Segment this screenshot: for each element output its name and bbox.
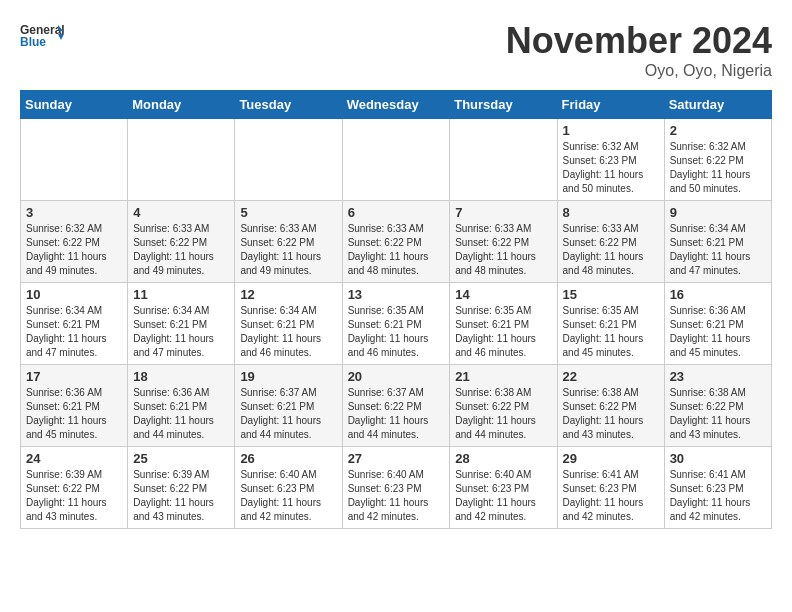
day-info: Sunrise: 6:36 AMSunset: 6:21 PMDaylight:…: [26, 386, 122, 442]
weekday-header-thursday: Thursday: [450, 91, 557, 119]
calendar-cell: 12Sunrise: 6:34 AMSunset: 6:21 PMDayligh…: [235, 283, 342, 365]
weekday-header-tuesday: Tuesday: [235, 91, 342, 119]
day-number: 25: [133, 451, 229, 466]
page-header: General Blue November 2024 Oyo, Oyo, Nig…: [20, 20, 772, 80]
calendar-cell: 2Sunrise: 6:32 AMSunset: 6:22 PMDaylight…: [664, 119, 771, 201]
calendar-cell: 13Sunrise: 6:35 AMSunset: 6:21 PMDayligh…: [342, 283, 450, 365]
calendar-cell: 21Sunrise: 6:38 AMSunset: 6:22 PMDayligh…: [450, 365, 557, 447]
day-number: 7: [455, 205, 551, 220]
month-title: November 2024: [506, 20, 772, 62]
day-info: Sunrise: 6:40 AMSunset: 6:23 PMDaylight:…: [455, 468, 551, 524]
calendar-cell: 16Sunrise: 6:36 AMSunset: 6:21 PMDayligh…: [664, 283, 771, 365]
day-number: 4: [133, 205, 229, 220]
calendar-cell: [450, 119, 557, 201]
calendar-cell: 4Sunrise: 6:33 AMSunset: 6:22 PMDaylight…: [128, 201, 235, 283]
day-info: Sunrise: 6:38 AMSunset: 6:22 PMDaylight:…: [563, 386, 659, 442]
day-number: 3: [26, 205, 122, 220]
day-number: 30: [670, 451, 766, 466]
calendar-cell: 27Sunrise: 6:40 AMSunset: 6:23 PMDayligh…: [342, 447, 450, 529]
day-info: Sunrise: 6:34 AMSunset: 6:21 PMDaylight:…: [26, 304, 122, 360]
calendar-cell: [342, 119, 450, 201]
day-number: 24: [26, 451, 122, 466]
calendar-cell: 11Sunrise: 6:34 AMSunset: 6:21 PMDayligh…: [128, 283, 235, 365]
day-info: Sunrise: 6:40 AMSunset: 6:23 PMDaylight:…: [240, 468, 336, 524]
day-info: Sunrise: 6:41 AMSunset: 6:23 PMDaylight:…: [670, 468, 766, 524]
calendar-cell: 3Sunrise: 6:32 AMSunset: 6:22 PMDaylight…: [21, 201, 128, 283]
day-number: 8: [563, 205, 659, 220]
day-info: Sunrise: 6:35 AMSunset: 6:21 PMDaylight:…: [455, 304, 551, 360]
day-number: 28: [455, 451, 551, 466]
day-number: 6: [348, 205, 445, 220]
day-number: 10: [26, 287, 122, 302]
calendar-cell: 14Sunrise: 6:35 AMSunset: 6:21 PMDayligh…: [450, 283, 557, 365]
day-number: 21: [455, 369, 551, 384]
day-number: 19: [240, 369, 336, 384]
day-number: 17: [26, 369, 122, 384]
calendar-cell: [128, 119, 235, 201]
calendar-cell: 10Sunrise: 6:34 AMSunset: 6:21 PMDayligh…: [21, 283, 128, 365]
day-number: 11: [133, 287, 229, 302]
calendar-week-row: 3Sunrise: 6:32 AMSunset: 6:22 PMDaylight…: [21, 201, 772, 283]
day-info: Sunrise: 6:35 AMSunset: 6:21 PMDaylight:…: [563, 304, 659, 360]
calendar-cell: 20Sunrise: 6:37 AMSunset: 6:22 PMDayligh…: [342, 365, 450, 447]
weekday-header-friday: Friday: [557, 91, 664, 119]
day-number: 16: [670, 287, 766, 302]
day-number: 14: [455, 287, 551, 302]
day-number: 29: [563, 451, 659, 466]
day-number: 13: [348, 287, 445, 302]
day-info: Sunrise: 6:32 AMSunset: 6:23 PMDaylight:…: [563, 140, 659, 196]
day-info: Sunrise: 6:34 AMSunset: 6:21 PMDaylight:…: [133, 304, 229, 360]
day-number: 20: [348, 369, 445, 384]
day-info: Sunrise: 6:33 AMSunset: 6:22 PMDaylight:…: [240, 222, 336, 278]
day-info: Sunrise: 6:35 AMSunset: 6:21 PMDaylight:…: [348, 304, 445, 360]
day-number: 15: [563, 287, 659, 302]
day-number: 9: [670, 205, 766, 220]
day-number: 26: [240, 451, 336, 466]
day-info: Sunrise: 6:39 AMSunset: 6:22 PMDaylight:…: [26, 468, 122, 524]
calendar-cell: [21, 119, 128, 201]
title-block: November 2024 Oyo, Oyo, Nigeria: [506, 20, 772, 80]
calendar-week-row: 10Sunrise: 6:34 AMSunset: 6:21 PMDayligh…: [21, 283, 772, 365]
day-number: 1: [563, 123, 659, 138]
calendar-cell: 15Sunrise: 6:35 AMSunset: 6:21 PMDayligh…: [557, 283, 664, 365]
svg-marker-3: [58, 34, 64, 40]
weekday-header-monday: Monday: [128, 91, 235, 119]
calendar-cell: 19Sunrise: 6:37 AMSunset: 6:21 PMDayligh…: [235, 365, 342, 447]
day-info: Sunrise: 6:41 AMSunset: 6:23 PMDaylight:…: [563, 468, 659, 524]
calendar-cell: [235, 119, 342, 201]
calendar-table: SundayMondayTuesdayWednesdayThursdayFrid…: [20, 90, 772, 529]
calendar-cell: 7Sunrise: 6:33 AMSunset: 6:22 PMDaylight…: [450, 201, 557, 283]
day-info: Sunrise: 6:33 AMSunset: 6:22 PMDaylight:…: [455, 222, 551, 278]
day-info: Sunrise: 6:38 AMSunset: 6:22 PMDaylight:…: [455, 386, 551, 442]
calendar-cell: 26Sunrise: 6:40 AMSunset: 6:23 PMDayligh…: [235, 447, 342, 529]
calendar-cell: 30Sunrise: 6:41 AMSunset: 6:23 PMDayligh…: [664, 447, 771, 529]
day-number: 23: [670, 369, 766, 384]
calendar-cell: 6Sunrise: 6:33 AMSunset: 6:22 PMDaylight…: [342, 201, 450, 283]
day-info: Sunrise: 6:34 AMSunset: 6:21 PMDaylight:…: [240, 304, 336, 360]
calendar-week-row: 24Sunrise: 6:39 AMSunset: 6:22 PMDayligh…: [21, 447, 772, 529]
day-info: Sunrise: 6:33 AMSunset: 6:22 PMDaylight:…: [348, 222, 445, 278]
calendar-cell: 24Sunrise: 6:39 AMSunset: 6:22 PMDayligh…: [21, 447, 128, 529]
calendar-cell: 23Sunrise: 6:38 AMSunset: 6:22 PMDayligh…: [664, 365, 771, 447]
calendar-cell: 28Sunrise: 6:40 AMSunset: 6:23 PMDayligh…: [450, 447, 557, 529]
calendar-cell: 1Sunrise: 6:32 AMSunset: 6:23 PMDaylight…: [557, 119, 664, 201]
day-number: 27: [348, 451, 445, 466]
calendar-cell: 5Sunrise: 6:33 AMSunset: 6:22 PMDaylight…: [235, 201, 342, 283]
day-info: Sunrise: 6:34 AMSunset: 6:21 PMDaylight:…: [670, 222, 766, 278]
svg-text:Blue: Blue: [20, 35, 46, 49]
day-info: Sunrise: 6:37 AMSunset: 6:22 PMDaylight:…: [348, 386, 445, 442]
calendar-cell: 29Sunrise: 6:41 AMSunset: 6:23 PMDayligh…: [557, 447, 664, 529]
calendar-cell: 17Sunrise: 6:36 AMSunset: 6:21 PMDayligh…: [21, 365, 128, 447]
day-info: Sunrise: 6:40 AMSunset: 6:23 PMDaylight:…: [348, 468, 445, 524]
day-info: Sunrise: 6:32 AMSunset: 6:22 PMDaylight:…: [26, 222, 122, 278]
day-info: Sunrise: 6:33 AMSunset: 6:22 PMDaylight:…: [563, 222, 659, 278]
logo-icon: General Blue: [20, 20, 64, 50]
day-info: Sunrise: 6:36 AMSunset: 6:21 PMDaylight:…: [133, 386, 229, 442]
day-number: 22: [563, 369, 659, 384]
logo: General Blue: [20, 20, 64, 50]
calendar-week-row: 17Sunrise: 6:36 AMSunset: 6:21 PMDayligh…: [21, 365, 772, 447]
day-info: Sunrise: 6:32 AMSunset: 6:22 PMDaylight:…: [670, 140, 766, 196]
day-info: Sunrise: 6:36 AMSunset: 6:21 PMDaylight:…: [670, 304, 766, 360]
calendar-cell: 18Sunrise: 6:36 AMSunset: 6:21 PMDayligh…: [128, 365, 235, 447]
location: Oyo, Oyo, Nigeria: [506, 62, 772, 80]
